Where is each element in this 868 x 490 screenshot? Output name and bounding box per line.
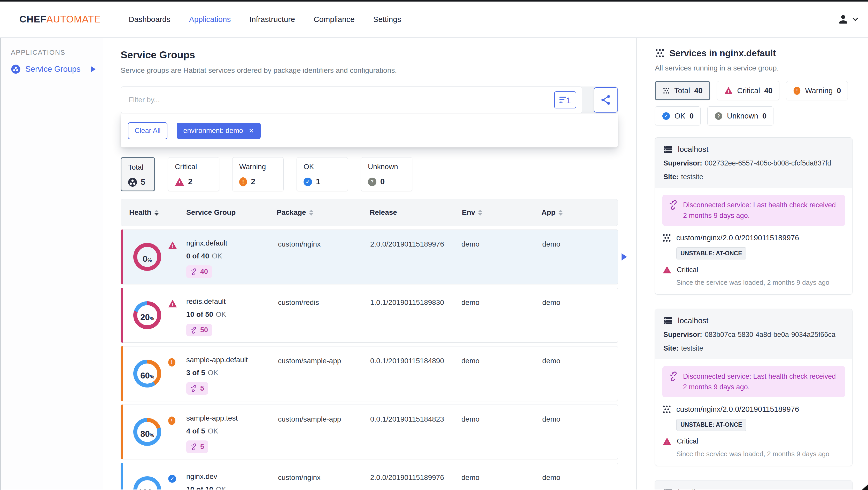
table-row[interactable]: 20 redis.default 10 of 50OK 50 custom/re… [121,288,618,342]
selected-row-caret [622,253,627,260]
logo-chef-text: CHEF [20,14,46,25]
package-cell: custom/nginx [278,240,320,248]
share-button[interactable] [594,87,618,112]
health-ring: 100 [133,476,161,489]
top-navigation-bar: CHEF AUTOMATE Dashboards Applications In… [0,2,868,38]
app-cell: demo [542,473,560,482]
column-header-service-group[interactable]: Service Group [186,208,236,217]
host-name: localhost [678,488,708,489]
table-row[interactable]: 100 nginx.dev 10 of 10OK 10 custom/nginx… [121,463,618,489]
ok-count: 4 of 5OK [186,427,238,435]
tab-critical[interactable]: Critical 2 [168,157,219,191]
user-menu-button[interactable] [838,14,859,25]
ok-count: 10 of 10OK [186,485,226,489]
funnel-icon: 1 [559,95,572,105]
column-header-release[interactable]: Release [370,208,397,217]
broken-link-icon [190,327,197,334]
nav-item-dashboards[interactable]: Dashboards [129,15,170,24]
health-ring: 0 [133,243,161,271]
applied-filters-button[interactable]: 1 [554,91,576,108]
service-group-cell: nginx.default 0 of 40OK 40 [186,239,227,278]
sort-icon[interactable] [309,209,313,216]
package-identifier: custom/nginx/2.0.0/20190115189976 [676,405,799,414]
service-card[interactable]: localhost Supervisor:0c0a6b1f-f9f2-4fe6-… [655,480,852,489]
health-ring: 80 [133,418,161,446]
dots-grid-icon [655,49,665,58]
column-header-health[interactable]: Health [129,208,159,217]
sidebar-item-service-groups[interactable]: Service Groups [11,64,103,74]
pill-warning[interactable]: Warning0 [786,81,848,100]
window-edge [0,38,1,490]
service-group-cell: redis.default 10 of 50OK 50 [186,297,226,336]
tab-label: Unknown [368,163,405,171]
tab-total[interactable]: Total 5 [121,157,155,191]
nav-item-applications[interactable]: Applications [189,15,231,24]
since-loaded-text: Since the service was loaded, 2 months 9… [676,450,845,458]
service-card[interactable]: localhost Supervisor:083b07ca-5830-4a8d-… [655,309,852,466]
pill-total[interactable]: Total40 [655,81,710,100]
tab-label: OK [304,163,341,171]
detail-title: Services in nginx.default [669,48,776,58]
disconnected-badge: 50 [186,324,212,336]
env-cell: demo [461,240,479,248]
tab-unknown[interactable]: Unknown 0 [361,157,412,191]
pill-unknown[interactable]: Unknown0 [707,106,773,126]
total-icon [663,88,670,94]
page-description: Service groups are Habitat services orde… [121,66,636,75]
release-cell: 2.0.0/20190115189976 [370,240,444,248]
chef-automate-logo[interactable]: CHEF AUTOMATE [20,14,101,25]
host-name: localhost [678,316,708,325]
filter-chip-label: environment: demo [183,127,243,135]
detail-subtitle: All services running in a service group. [655,64,855,72]
filter-input-box[interactable]: 1 [121,87,582,113]
filter-top-row: 1 [121,87,618,113]
remove-filter-icon[interactable] [249,127,254,135]
table-row[interactable]: 0 nginx.default 0 of 40OK 40 custom/ngin… [121,230,618,284]
app-cell: demo [542,298,560,307]
nav-item-infrastructure[interactable]: Infrastructure [249,15,295,24]
service-card-header: localhost Supervisor:002732ee-6557-405c-… [655,138,852,188]
env-cell: demo [461,473,479,482]
health-status-label: Critical [677,437,698,445]
service-card[interactable]: localhost Supervisor:002732ee-6557-405c-… [655,137,852,295]
tab-label: Critical [175,163,212,171]
tab-label: Warning [239,163,277,171]
broken-link-icon [190,385,197,392]
status-filter-tabs: Total 5 Critical 2 Warning 2 OK 1 Unknow… [121,157,636,191]
package-cell: custom/sample-app [278,357,341,365]
tab-warning[interactable]: Warning 2 [232,157,284,191]
pill-ok[interactable]: OK0 [655,106,701,126]
caret-right-icon [91,66,96,72]
host-name: localhost [678,145,708,154]
table-row[interactable]: 80 sample-app.test 4 of 5OK 5 custom/sam… [121,404,618,459]
filter-input[interactable] [129,96,554,104]
critical-icon [724,87,733,94]
column-header-env[interactable]: Env [462,208,482,217]
service-group-cell: nginx.dev 10 of 10OK 10 [186,472,226,489]
pill-critical[interactable]: Critical40 [717,81,780,100]
table-row[interactable]: 60 sample-app.default 3 of 5OK 5 custom/… [121,346,618,401]
page-title: Service Groups [121,49,636,61]
svg-text:1: 1 [566,96,571,105]
server-icon [663,317,673,325]
sort-icon[interactable] [478,209,482,216]
sort-icon[interactable] [154,209,159,216]
nav-item-compliance[interactable]: Compliance [314,15,354,24]
column-header-package[interactable]: Package [277,208,313,217]
share-icon [600,94,612,106]
column-header-app[interactable]: App [541,208,563,217]
app-cell: demo [542,240,560,248]
detail-title-row: Services in nginx.default [655,48,855,58]
clear-all-button[interactable]: Clear All [128,122,167,139]
health-ring: 20 [133,301,161,329]
tab-ok[interactable]: OK 1 [297,157,348,191]
row-status-icon [168,241,177,249]
server-icon [663,145,673,154]
filter-chip-environment-demo[interactable]: environment: demo [177,123,261,139]
service-groups-main: Service Groups Service groups are Habita… [103,38,637,489]
nav-item-settings[interactable]: Settings [373,15,401,24]
package-cell: custom/redis [278,298,319,307]
broken-link-icon [190,443,197,451]
service-group-name: nginx.dev [186,472,226,481]
sort-icon[interactable] [559,209,563,216]
